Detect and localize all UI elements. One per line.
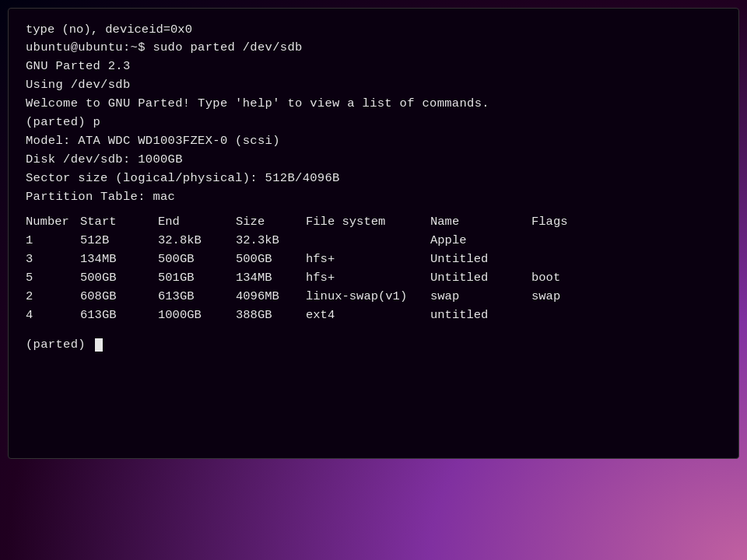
table-row: 4 613GB 1000GB 388GB ext4 untitled <box>26 306 721 324</box>
cell-name: Untitled <box>430 250 531 268</box>
col-number: Number <box>26 212 80 231</box>
terminal-output: GNU Parted 2.3Using /dev/sdbWelcome to G… <box>26 57 721 206</box>
cell-end: 501GB <box>158 268 236 287</box>
cell-flags: boot <box>531 268 609 287</box>
prompt-line: (parted) <box>26 335 721 354</box>
terminal-line: Partition Table: mac <box>26 187 721 206</box>
terminal-line: Disk /dev/sdb: 1000GB <box>26 150 721 169</box>
table-row: 1 512B 32.8kB 32.3kB Apple <box>26 231 721 250</box>
cell-start: 613GB <box>80 306 158 324</box>
cell-size: 388GB <box>236 306 306 324</box>
terminal-line: GNU Parted 2.3 <box>26 57 721 75</box>
command-line: ubuntu@ubuntu:~$ sudo parted /dev/sdb <box>26 38 721 57</box>
col-filesystem: File system <box>306 212 430 231</box>
table-row: 2 608GB 613GB 4096MB linux-swap(v1) swap… <box>26 287 721 306</box>
cell-filesystem: hfs+ <box>306 268 430 287</box>
cell-flags <box>531 250 609 268</box>
cell-name: swap <box>430 287 531 306</box>
cell-end: 1000GB <box>158 306 236 324</box>
cell-number: 2 <box>26 287 80 306</box>
cell-size: 500GB <box>236 250 306 268</box>
cell-number: 4 <box>26 306 80 324</box>
cell-name: Apple <box>430 231 531 250</box>
cell-filesystem: ext4 <box>306 306 430 324</box>
table-body: 1 512B 32.8kB 32.3kB Apple 3 134MB 500GB… <box>26 231 721 324</box>
col-start: Start <box>80 212 158 231</box>
cell-start: 134MB <box>80 250 158 268</box>
cell-number: 3 <box>26 250 80 268</box>
terminal-window: type (no), deviceid=0x0 ubuntu@ubuntu:~$… <box>8 8 739 459</box>
cell-start: 500GB <box>80 268 158 287</box>
cell-end: 32.8kB <box>158 231 236 250</box>
terminal-line: (parted) p <box>26 113 721 131</box>
table-row: 5 500GB 501GB 134MB hfs+ Untitled boot <box>26 268 721 287</box>
cell-size: 4096MB <box>236 287 306 306</box>
terminal-line: Model: ATA WDC WD1003FZEX-0 (scsi) <box>26 131 721 150</box>
cell-name: untitled <box>430 306 531 324</box>
partition-table: Number Start End Size File system Name F… <box>26 212 721 324</box>
cell-filesystem: hfs+ <box>306 250 430 268</box>
cell-start: 608GB <box>80 287 158 306</box>
table-row: 3 134MB 500GB 500GB hfs+ Untitled <box>26 250 721 268</box>
cell-size: 32.3kB <box>236 231 306 250</box>
terminal-line: Using /dev/sdb <box>26 75 721 94</box>
cell-number: 1 <box>26 231 80 250</box>
cell-end: 500GB <box>158 250 236 268</box>
cell-filesystem <box>306 231 430 250</box>
cell-flags <box>531 231 609 250</box>
cursor <box>95 338 103 352</box>
terminal-line: Sector size (logical/physical): 512B/409… <box>26 169 721 187</box>
cell-end: 613GB <box>158 287 236 306</box>
col-end: End <box>158 212 236 231</box>
col-flags: Flags <box>531 212 609 231</box>
top-line: type (no), deviceid=0x0 <box>26 23 721 37</box>
prompt-text: (parted) <box>26 338 93 352</box>
col-name: Name <box>430 212 531 231</box>
cell-flags <box>531 306 609 324</box>
terminal-line: Welcome to GNU Parted! Type 'help' to vi… <box>26 94 721 113</box>
col-size: Size <box>236 212 306 231</box>
table-header-row: Number Start End Size File system Name F… <box>26 212 721 231</box>
cell-filesystem: linux-swap(v1) <box>306 287 430 306</box>
cell-flags: swap <box>531 287 609 306</box>
cell-start: 512B <box>80 231 158 250</box>
cell-number: 5 <box>26 268 80 287</box>
cell-name: Untitled <box>430 268 531 287</box>
cell-size: 134MB <box>236 268 306 287</box>
